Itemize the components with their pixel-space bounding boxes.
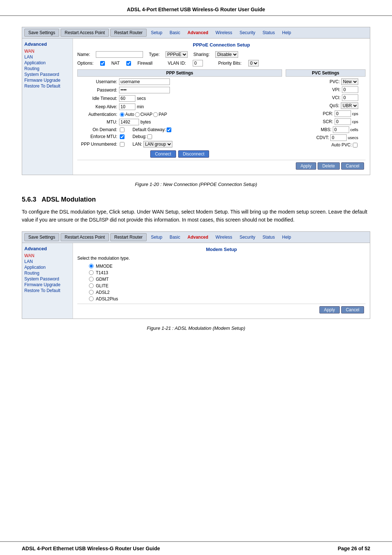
nav-security-2[interactable]: Security (237, 234, 258, 241)
auth-pap-radio[interactable] (153, 112, 158, 117)
sidebar-item-syspass[interactable]: System Password (24, 72, 70, 77)
nav-help-2[interactable]: Help (279, 234, 294, 241)
sidebar2-item-routing[interactable]: Routing (24, 270, 70, 276)
save-settings-button[interactable]: Save Settings (24, 29, 59, 37)
debug-checkbox[interactable] (147, 134, 152, 139)
pppoe-cancel-button[interactable]: Cancel (341, 162, 364, 170)
glite-radio[interactable] (89, 283, 94, 288)
sidebar-item-routing[interactable]: Routing (24, 66, 70, 72)
password-input[interactable] (119, 87, 170, 93)
figure1-caption: Figure 1-20 : New Connection (PPPOE Conn… (22, 182, 370, 187)
sidebar-item-wan[interactable]: WAN (24, 48, 70, 54)
vlan-input[interactable] (193, 60, 203, 66)
nav-help[interactable]: Help (279, 29, 294, 36)
nav-security[interactable]: Security (237, 29, 258, 36)
adsl2-radio[interactable] (89, 290, 94, 295)
sidebar-item-firmware[interactable]: Firmware Upgrade (24, 77, 70, 83)
save-settings-button-2[interactable]: Save Settings (24, 233, 59, 241)
modem-cancel-button[interactable]: Cancel (341, 306, 364, 313)
t1413-radio[interactable] (89, 270, 94, 275)
modem-apply-button[interactable]: Apply (319, 306, 340, 313)
sidebar-item-restore[interactable]: Restore To Default (24, 83, 70, 89)
nav-bar-1: Save Settings Restart Access Point Resta… (22, 27, 370, 39)
sidebar-item-lan[interactable]: LAN (24, 54, 70, 60)
qos-row: QoS: UBR (286, 102, 366, 109)
sidebar2-item-lan[interactable]: LAN (24, 259, 70, 264)
sidebar-item-application[interactable]: Application (24, 60, 70, 66)
name-input[interactable] (96, 51, 143, 58)
auth-chap-radio[interactable] (135, 112, 140, 117)
pvc-select[interactable]: New (341, 78, 358, 85)
nav-basic-2[interactable]: Basic (167, 234, 183, 241)
firewall-label: Firewall (138, 61, 152, 66)
nav-status[interactable]: Status (260, 29, 278, 36)
sharing-select[interactable]: Disable (215, 51, 238, 58)
vpi-label: VPI: (322, 87, 340, 92)
mtu-input[interactable] (119, 119, 139, 125)
adsl2plus-radio[interactable] (89, 296, 94, 301)
nav-basic[interactable]: Basic (167, 29, 183, 36)
scr-unit: cps (352, 119, 358, 124)
cdvt-input[interactable] (330, 134, 347, 141)
pppunnumbered-checkbox[interactable] (120, 142, 124, 147)
mmode-radio[interactable] (89, 264, 94, 268)
vci-label: VCI: (322, 95, 340, 100)
qos-select[interactable]: UBR (341, 102, 358, 109)
modem-subheading: Select the modulation type. (77, 256, 366, 261)
restart-router-button-2[interactable]: Restart Router (110, 233, 147, 241)
pcr-input[interactable] (335, 110, 351, 117)
mtu-row: MTU: bytes (77, 119, 282, 125)
pppoe-action-row: Apply Delete Cancel (77, 160, 366, 171)
gdmt-radio[interactable] (89, 277, 94, 281)
scr-input[interactable] (335, 118, 351, 125)
sidebar2-item-application[interactable]: Application (24, 264, 70, 270)
auth-auto-radio[interactable] (120, 112, 124, 117)
firewall-checkbox[interactable] (126, 61, 131, 66)
qos-label: QoS: (321, 103, 339, 108)
pppunnumbered-row: PPP Unnumbered: LAN: LAN group (77, 141, 282, 147)
keepalive-unit: min (137, 104, 144, 109)
priority-select[interactable]: 0 (248, 60, 259, 66)
autopvc-checkbox[interactable] (353, 143, 358, 147)
type-select[interactable]: PPPoE (166, 51, 188, 58)
sidebar2-item-syspass[interactable]: System Password (24, 276, 70, 282)
sidebar2-item-restore[interactable]: Restore To Default (24, 288, 70, 293)
vci-input[interactable] (342, 94, 358, 101)
keepalive-input[interactable] (119, 104, 135, 110)
ondemand-row: On Demand: Default Gateway: (77, 127, 282, 132)
enforcemtu-checkbox[interactable] (120, 134, 124, 139)
sidebar-1: Advanced WAN LAN Application Routing Sys… (22, 39, 73, 175)
nav-setup-2[interactable]: Setup (148, 234, 165, 241)
nav-wireless-2[interactable]: Wireless (213, 234, 235, 241)
nav-advanced[interactable]: Advanced (185, 29, 211, 36)
gateway-checkbox[interactable] (167, 127, 171, 132)
header-title: ADSL 4-Port Ethernet USB Wireless-G Rout… (127, 7, 265, 12)
nat-checkbox[interactable] (100, 61, 105, 66)
two-panels: PPP Settings Username: Password: (77, 69, 366, 158)
vpi-input[interactable] (342, 86, 358, 93)
ondemand-checkbox[interactable] (120, 127, 124, 132)
pppoe-delete-button[interactable]: Delete (318, 162, 340, 170)
restart-ap-button-2[interactable]: Restart Access Point (61, 233, 109, 241)
sidebar2-item-firmware[interactable]: Firmware Upgrade (24, 282, 70, 288)
nav-wireless[interactable]: Wireless (213, 29, 235, 36)
mbs-input[interactable] (333, 126, 349, 133)
idle-row: Idle Timeout: secs (77, 95, 282, 102)
sidebar2-item-wan[interactable]: WAN (24, 253, 70, 259)
username-input[interactable] (119, 78, 170, 85)
pppoe-options-row: Options: NAT Firewall VLAN ID: Priority … (77, 60, 366, 66)
footer-page: Page 26 of 52 (338, 546, 371, 551)
nav-status-2[interactable]: Status (260, 234, 278, 241)
nav-setup[interactable]: Setup (148, 29, 165, 36)
nav-advanced-2[interactable]: Advanced (185, 234, 211, 241)
restart-router-button[interactable]: Restart Router (110, 29, 147, 37)
idle-input[interactable] (119, 95, 135, 102)
lan-select[interactable]: LAN group (143, 141, 172, 147)
disconnect-button[interactable]: Disconnect (178, 150, 209, 158)
pppoe-apply-button[interactable]: Apply (296, 162, 316, 170)
modem-t1413-row: T1413 (88, 270, 366, 275)
scr-row: SCR: cps (286, 118, 366, 125)
auth-auto-label: Auto (125, 112, 134, 117)
restart-ap-button[interactable]: Restart Access Point (61, 29, 109, 37)
connect-button[interactable]: Connect (150, 150, 176, 158)
